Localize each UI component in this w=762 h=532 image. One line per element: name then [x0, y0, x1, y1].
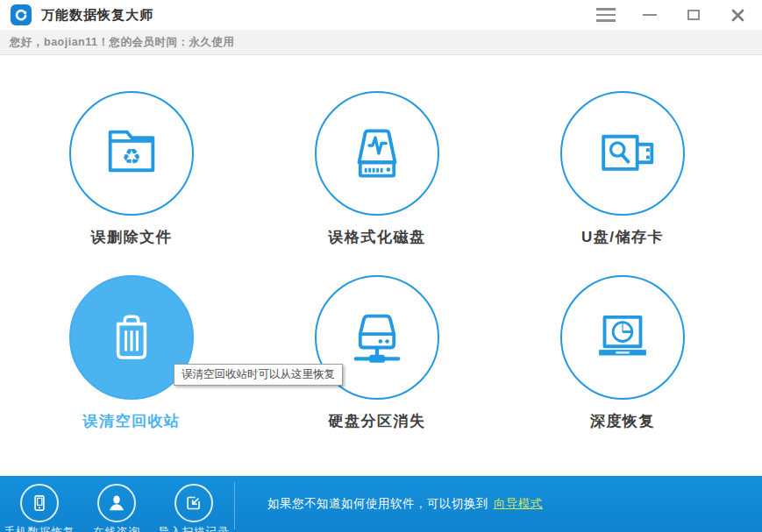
toolbar-divider: [234, 482, 235, 529]
bottom-toolbar: 手机数据恢复 在线咨询 导入扫描记录 如果您不知: [0, 476, 762, 532]
mode-switch-hint: 如果您不知道如何使用软件，可以切换到 向导模式: [267, 476, 543, 532]
mode-label: 深度恢复: [535, 411, 710, 431]
mode-label: 误清空回收站: [44, 411, 219, 431]
bottom-item-label: 导入扫描记录: [155, 525, 232, 532]
disk-pulse-icon: [315, 91, 439, 216]
mode-lost-partition[interactable]: 硬盘分区消失: [289, 275, 465, 431]
svg-text:♻: ♻: [122, 144, 141, 169]
laptop-deep-scan-icon: [560, 275, 685, 400]
bottom-item-label: 在线咨询: [78, 525, 155, 532]
import-record-icon: [174, 484, 213, 522]
bottom-item-label: 手机数据恢复: [1, 525, 78, 532]
mode-deleted-files[interactable]: ♻ 误删除文件: [44, 91, 219, 247]
folder-recycle-icon: ♻: [69, 91, 194, 216]
app-logo-icon: [11, 4, 32, 25]
usb-search-icon: [560, 91, 685, 216]
recovery-mode-grid: ♻ 误删除文件 误格式化磁盘: [0, 55, 762, 476]
app-title: 万能数据恢复大师: [41, 7, 153, 24]
phone-data-recovery-button[interactable]: 手机数据恢复: [1, 476, 78, 532]
online-consult-button[interactable]: 在线咨询: [78, 476, 155, 532]
mode-usb-storage[interactable]: U盘/储存卡: [535, 91, 710, 247]
maximize-button[interactable]: [683, 5, 704, 25]
hint-text: 如果您不知道如何使用软件，可以切换到: [267, 496, 488, 512]
app-window: 万能数据恢复大师 您好，baojian11！您的会员时间：永久使用: [0, 0, 762, 532]
mode-label: 误格式化磁盘: [289, 227, 465, 247]
minimize-button[interactable]: [639, 5, 660, 25]
close-button[interactable]: [727, 5, 748, 25]
mode-label: U盘/储存卡: [535, 227, 710, 247]
mode-formatted-disk[interactable]: 误格式化磁盘: [289, 91, 465, 247]
mode-label: 硬盘分区消失: [289, 411, 465, 431]
hamburger-menu-icon[interactable]: [595, 5, 616, 25]
consultant-icon: [97, 484, 136, 522]
wizard-mode-link[interactable]: 向导模式: [494, 496, 543, 512]
member-status-bar: 您好，baojian11！您的会员时间：永久使用: [0, 30, 762, 55]
title-bar: 万能数据恢复大师: [0, 0, 762, 30]
phone-icon: [20, 484, 59, 522]
mode-emptied-recycle-bin[interactable]: 误清空回收站: [44, 275, 219, 431]
import-scan-record-button[interactable]: 导入扫描记录: [155, 476, 232, 532]
mode-label: 误删除文件: [44, 227, 219, 247]
mode-deep-recovery[interactable]: 深度恢复: [535, 275, 710, 431]
member-greeting: 您好，baojian11！您的会员时间：永久使用: [10, 35, 234, 50]
recycle-bin-tooltip: 误清空回收站时可以从这里恢复: [174, 364, 343, 386]
